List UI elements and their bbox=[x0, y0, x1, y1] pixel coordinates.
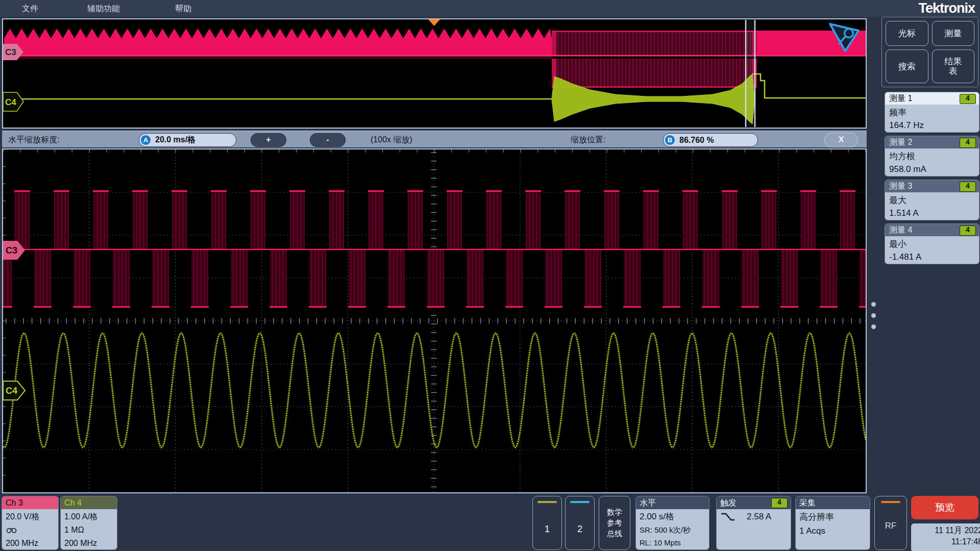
overview-c4-label[interactable]: C4 bbox=[3, 92, 23, 111]
acquisition-badge[interactable]: 采集 高分辨率 1 Acqs bbox=[795, 496, 870, 550]
source-badge: 4 bbox=[960, 226, 976, 236]
zoom-in-button[interactable]: + bbox=[251, 133, 286, 147]
measurement-name: 均方根 bbox=[889, 150, 975, 163]
channel-4-header: Ch 4 bbox=[61, 496, 117, 509]
ch3-bandwidth: 200 MHz bbox=[6, 537, 55, 550]
preview-button[interactable]: 预览 bbox=[911, 496, 978, 519]
measurement-badge-3[interactable]: 测量 3 4 最大 1.514 A bbox=[885, 180, 979, 220]
measurement-name: 最小 bbox=[889, 238, 975, 251]
math-ref-bus-button[interactable]: 数学 参考 总线 bbox=[599, 496, 630, 550]
trigger-badge[interactable]: 触发 4 2.58 A bbox=[716, 496, 791, 550]
ch3-scale: 20.0 V/格 bbox=[6, 510, 55, 523]
time-text: 11:17:48 bbox=[915, 536, 980, 547]
zoom-close-button[interactable]: X bbox=[824, 133, 858, 147]
overview-window: C3C4 bbox=[2, 18, 867, 129]
svg-text:C4: C4 bbox=[6, 386, 17, 396]
zoom-scale-label: 水平缩放标度: bbox=[8, 131, 59, 148]
datetime-display: 11 11月 2022 11:17:48 bbox=[911, 523, 980, 551]
menu-bar: 文件 辅助功能 帮助 Tektronix bbox=[0, 0, 980, 17]
svg-text:C4: C4 bbox=[5, 97, 16, 107]
menu-file[interactable]: 文件 bbox=[22, 0, 38, 17]
measurement-3-header: 测量 3 4 bbox=[885, 180, 979, 192]
measure-button[interactable]: 测量 bbox=[932, 21, 975, 46]
zoom-window-selector[interactable] bbox=[746, 20, 755, 127]
ch4-impedance: 1 MΩ bbox=[64, 523, 113, 537]
rf-button[interactable]: RF bbox=[874, 496, 907, 550]
channel-3-header: Ch 3 bbox=[2, 496, 58, 509]
waveform-2-color-chip bbox=[570, 501, 590, 503]
search-button[interactable]: 搜索 bbox=[886, 49, 928, 83]
trigger-level: 2.58 A bbox=[747, 512, 771, 522]
zoom-scale-value: 20.0 ms/格 bbox=[155, 135, 195, 145]
measurement-value: 164.7 Hz bbox=[889, 119, 975, 132]
measurement-value: 958.0 mA bbox=[889, 163, 975, 176]
record-length: RL: 10 Mpts bbox=[640, 536, 705, 549]
measurement-1-header: 测量 1 4 bbox=[885, 92, 979, 105]
zoom-out-button[interactable]: - bbox=[310, 133, 346, 147]
svg-text:C3: C3 bbox=[6, 245, 17, 256]
horizontal-scale: 2.00 s/格 bbox=[640, 510, 705, 523]
channel-4-badge[interactable]: Ch 4 1.00 A/格 1 MΩ 200 MHz bbox=[60, 496, 117, 550]
main-waveform: C3C4 bbox=[3, 149, 866, 492]
main-c4-label[interactable]: C4 bbox=[3, 381, 25, 400]
channel-3-badge[interactable]: Ch 3 20.0 V/格 200 MHz bbox=[2, 496, 59, 550]
waveform-1-color-chip bbox=[537, 501, 557, 503]
sample-rate: SR: 500 k次/秒 bbox=[640, 523, 705, 536]
measurement-badge-1[interactable]: 测量 1 4 频率 164.7 Hz bbox=[885, 92, 979, 133]
overview-waveform[interactable]: C3C4 bbox=[3, 19, 866, 128]
zoom-scale-control[interactable]: A 20.0 ms/格 bbox=[139, 133, 236, 147]
measurement-2-header: 测量 2 4 bbox=[885, 136, 979, 148]
zoom-bar: 水平缩放标度: A 20.0 ms/格 + - (100x 缩放) 缩放位置: … bbox=[2, 131, 867, 147]
ch4-bandwidth: 200 MHz bbox=[64, 537, 113, 550]
falling-edge-icon bbox=[720, 512, 736, 522]
results-table-button[interactable]: 结果表 bbox=[932, 49, 975, 83]
ch4-scale: 1.00 A/格 bbox=[64, 510, 113, 523]
rf-color-chip bbox=[881, 501, 900, 503]
knob-a-icon: A bbox=[141, 135, 151, 145]
measurement-badge-2[interactable]: 测量 2 4 均方根 958.0 mA bbox=[885, 136, 979, 177]
source-badge: 4 bbox=[960, 138, 976, 148]
cursor-button[interactable]: 光标 bbox=[886, 21, 928, 46]
main-graticule: C3C4 bbox=[2, 148, 867, 493]
measurement-name: 频率 bbox=[889, 106, 975, 119]
knob-b-icon: B bbox=[665, 135, 675, 145]
measurement-name: 最大 bbox=[889, 194, 975, 207]
waveform-1-button[interactable]: 1 bbox=[532, 496, 562, 550]
measurement-value: -1.481 A bbox=[889, 251, 975, 263]
tektronix-logo: Tektronix bbox=[918, 0, 975, 17]
trigger-position-icon[interactable] bbox=[428, 19, 440, 26]
zoom-position-value: 86.760 % bbox=[679, 136, 714, 145]
trigger-source-badge: 4 bbox=[771, 498, 788, 508]
horizontal-header: 水平 bbox=[636, 496, 709, 509]
acquisition-count: 1 Acqs bbox=[799, 524, 866, 538]
zoom-position-label: 缩放位置: bbox=[571, 131, 605, 148]
zoom-factor-label: (100x 缩放) bbox=[371, 131, 412, 148]
horizontal-badge[interactable]: 水平 2.00 s/格 SR: 500 k次/秒 RL: 10 Mpts bbox=[635, 496, 709, 550]
measurement-value: 1.514 A bbox=[889, 207, 975, 219]
measurement-4-header: 测量 4 4 bbox=[885, 224, 979, 236]
menu-help[interactable]: 帮助 bbox=[175, 0, 191, 17]
zoom-position-control[interactable]: B 86.760 % bbox=[663, 133, 758, 147]
svg-text:C3: C3 bbox=[5, 47, 16, 57]
measurement-badge-4[interactable]: 测量 4 4 最小 -1.481 A bbox=[885, 223, 979, 264]
source-badge: 4 bbox=[960, 182, 976, 192]
date-text: 11 11月 2022 bbox=[915, 525, 980, 536]
acquisition-mode: 高分辨率 bbox=[799, 510, 866, 524]
menu-utility[interactable]: 辅助功能 bbox=[87, 0, 120, 17]
trigger-header: 触发 4 bbox=[717, 496, 791, 509]
waveform-2-button[interactable]: 2 bbox=[565, 496, 595, 550]
probe-icon bbox=[6, 523, 55, 537]
acquisition-header: 采集 bbox=[796, 496, 870, 509]
source-badge: 4 bbox=[960, 94, 976, 104]
panel-drag-handle[interactable] bbox=[871, 302, 876, 336]
analysis-button-panel: 光标 测量 搜索 结果表 bbox=[881, 17, 978, 87]
